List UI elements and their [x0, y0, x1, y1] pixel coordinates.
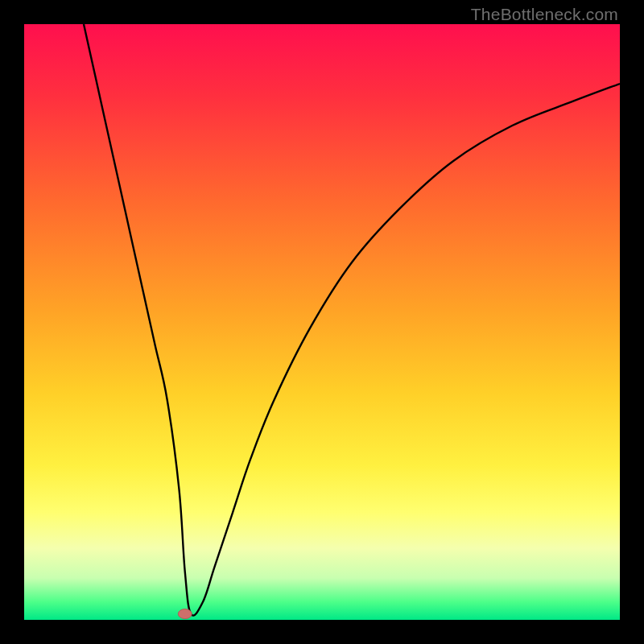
optimum-marker: [178, 609, 192, 619]
bottleneck-chart: [24, 24, 620, 620]
chart-frame: [24, 24, 620, 620]
gradient-background: [24, 24, 620, 620]
watermark-text: TheBottleneck.com: [471, 5, 618, 24]
